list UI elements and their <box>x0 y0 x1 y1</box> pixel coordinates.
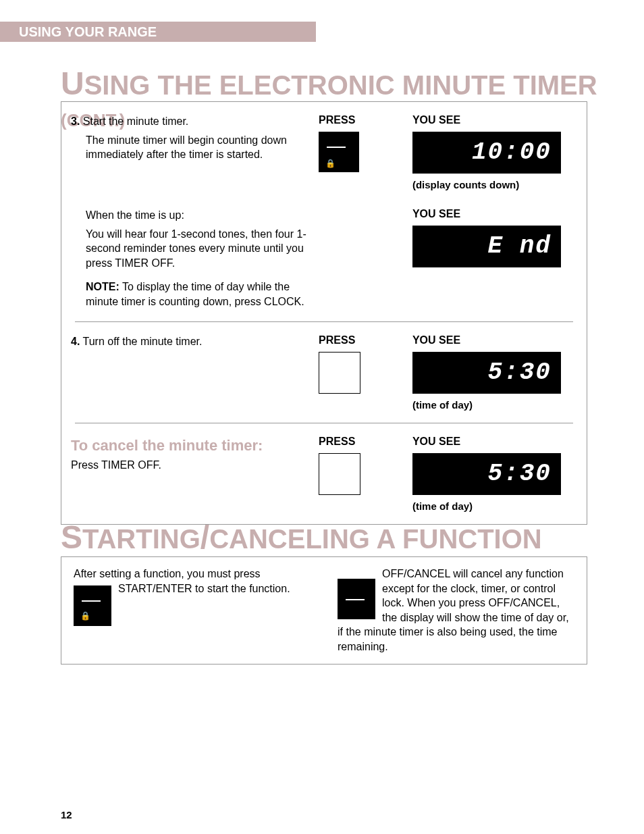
lock-icon: 🔒 <box>325 159 336 168</box>
display-caption: (display counts down) <box>412 179 573 190</box>
title-drop-cap: U <box>61 66 84 101</box>
yousee-label: YOU SEE <box>412 208 573 220</box>
time-up-head: When the time is up: <box>86 208 312 223</box>
cancel-text: To cancel the minute timer: Press TIMER … <box>71 436 319 473</box>
timer-off-button-icon <box>319 453 360 495</box>
display-readout: 10:00 <box>412 132 561 174</box>
title-text-2: CANCELING A FUNCTION <box>209 524 542 554</box>
page-title-2: STARTING/CANCELING A FUNCTION <box>61 519 542 556</box>
step-4-see-col: YOU SEE 5:30 (time of day) <box>412 334 573 411</box>
step-4-head: Turn off the minute timer. <box>80 336 202 347</box>
time-up-row: When the time is up: You will hear four … <box>61 203 587 321</box>
section-tab: USING YOUR RANGE <box>0 22 316 42</box>
line-icon <box>327 147 346 148</box>
cancel-body: Press TIMER OFF. <box>71 458 312 473</box>
yousee-label: YOU SEE <box>412 436 573 448</box>
yousee-label: YOU SEE <box>412 114 573 126</box>
lock-icon: 🔒 <box>80 610 90 621</box>
cancel-see-col: YOU SEE 5:30 (time of day) <box>412 436 573 512</box>
page-number: 12 <box>61 809 72 820</box>
display-caption: (time of day) <box>412 500 573 512</box>
time-up-body: You will hear four 1-second tones, then … <box>86 227 312 271</box>
title-text: SING THE ELECTRONIC MINUTE TIMER <box>84 70 597 100</box>
step-3-row: 3. Start the minute timer. The minute ti… <box>61 102 587 203</box>
timer-off-button-icon <box>319 352 360 394</box>
step-3-number: 3. <box>71 115 80 127</box>
step-3-press-col: PRESS 🔒 <box>319 114 412 172</box>
instruction-box-1: 3. Start the minute timer. The minute ti… <box>61 101 587 525</box>
start-enter-button-icon: 🔒 <box>319 132 359 172</box>
step-4-number: 4. <box>71 336 80 347</box>
step-3-see-col: YOU SEE 10:00 (display counts down) <box>412 114 573 190</box>
box2-right-col: OFF/CANCEL will cancel any function exce… <box>338 567 574 654</box>
off-cancel-button-icon <box>338 579 375 619</box>
note-label: NOTE: <box>86 281 119 292</box>
title-slash: / <box>200 519 209 555</box>
cancel-press-col: PRESS <box>319 436 412 495</box>
cancel-heading: To cancel the minute timer: <box>71 436 312 456</box>
title-drop-cap: S <box>61 519 82 555</box>
display-readout: 5:30 <box>412 352 561 394</box>
display-caption: (time of day) <box>412 399 573 411</box>
cancel-row: To cancel the minute timer: Press TIMER … <box>61 423 587 524</box>
line-icon <box>82 600 101 602</box>
start-enter-button-icon: 🔒 <box>74 585 111 626</box>
press-label: PRESS <box>319 114 412 126</box>
line-icon <box>346 599 365 600</box>
step-4-press-col: PRESS <box>319 334 412 394</box>
display-readout: E nd <box>412 226 561 267</box>
step-3-text: 3. Start the minute timer. The minute ti… <box>71 114 319 162</box>
instruction-box-2: After setting a function, you must press… <box>61 556 587 664</box>
yousee-label: YOU SEE <box>412 334 573 346</box>
step-3-body: The minute timer will begin counting dow… <box>86 133 312 162</box>
press-label: PRESS <box>319 334 412 346</box>
title-text-1: TARTING <box>82 524 200 554</box>
time-up-see-col: YOU SEE E nd <box>412 208 573 267</box>
display-readout: 5:30 <box>412 453 561 495</box>
step-3-head: Start the minute timer. <box>80 115 188 127</box>
step-4-row: 4. Turn off the minute timer. PRESS YOU … <box>61 322 587 423</box>
time-up-text: When the time is up: You will hear four … <box>71 208 319 309</box>
box2-left-col: After setting a function, you must press… <box>74 567 311 654</box>
step-4-text: 4. Turn off the minute timer. <box>71 334 319 349</box>
press-label: PRESS <box>319 436 412 448</box>
